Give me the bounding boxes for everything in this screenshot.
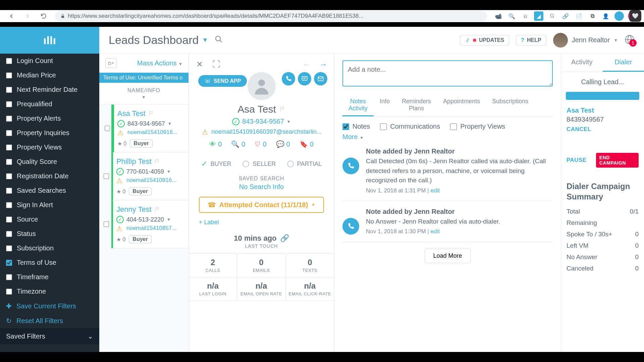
filter-checkbox[interactable]	[6, 159, 12, 165]
pause-button[interactable]: PAUSE	[567, 157, 587, 164]
filter-item[interactable]: Status	[0, 227, 99, 241]
mass-actions-dropdown[interactable]: Mass Actions ▼	[137, 59, 182, 67]
help-button[interactable]: ? HELP	[516, 35, 546, 46]
stat-favorites[interactable]: ♡0	[255, 140, 266, 148]
lead-card[interactable]: Phillip Test ✓770-601-4059 ▼ ⚠noemail154…	[111, 153, 189, 200]
filter-item[interactable]: Source	[0, 212, 99, 227]
lead-card[interactable]: Jenny Test ✓404-513-2220 ▼ ⚠noemail15410…	[111, 200, 189, 248]
back-icon[interactable]	[7, 11, 16, 21]
lead-phone[interactable]: ✓770-601-4059 ▼	[116, 168, 184, 175]
stat-searches[interactable]: 🔍0	[231, 140, 245, 148]
tab-dialer[interactable]: Dialer	[603, 54, 644, 72]
cancel-button[interactable]: CANCEL	[567, 126, 639, 133]
filter-item[interactable]: Registration Date	[0, 169, 99, 183]
saved-search-value[interactable]: No Search Info	[189, 183, 334, 191]
forward-icon[interactable]	[23, 11, 32, 21]
lead-checkbox[interactable]	[105, 126, 110, 131]
filter-item[interactable]: Terms of Use	[0, 255, 99, 270]
filter-checkbox[interactable]	[6, 58, 12, 64]
lead-email[interactable]: ⚠ noemail1541091660397@searchstarlin...	[196, 128, 327, 135]
ext-icon-3[interactable]: 🔗	[561, 11, 570, 21]
lead-phone[interactable]: ✓404-513-2220 ▼	[116, 216, 184, 223]
filter-checkbox[interactable]	[6, 231, 12, 237]
filter-item[interactable]: Property Views	[0, 140, 99, 155]
updates-button[interactable]: ⫽ UPDATES	[460, 35, 509, 46]
next-lead-icon[interactable]: →	[317, 58, 329, 70]
close-icon[interactable]: ✕	[194, 58, 206, 70]
star-icon[interactable]: ☆	[521, 11, 530, 21]
lead-card[interactable]: Asa Test ✓843-934-9567 ▼ ⚠noemail1541091…	[111, 105, 189, 153]
stat-views[interactable]: 👁0	[209, 140, 222, 148]
filter-checkbox[interactable]	[6, 72, 12, 78]
lead-checkbox[interactable]	[104, 174, 109, 179]
note-edit-link[interactable]: edit	[430, 228, 439, 235]
filter-item[interactable]: Saved Searches	[0, 183, 99, 198]
filter-checkbox[interactable]	[6, 260, 12, 266]
notes-tab[interactable]: RemindersPlans	[396, 95, 437, 116]
filter-checkbox[interactable]	[6, 130, 12, 136]
lead-rating[interactable]: ★ 0	[116, 188, 125, 195]
filter-property-views[interactable]: Property Views	[450, 123, 505, 130]
stat-attachments[interactable]: 🔖0	[300, 140, 314, 148]
flag-icon[interactable]	[154, 159, 160, 165]
lead-email[interactable]: ⚠noemail15410916...	[117, 129, 184, 136]
filter-checkbox[interactable]	[6, 217, 12, 223]
note-edit-link[interactable]: edit	[430, 187, 439, 194]
stat-questions[interactable]: 💬0	[276, 140, 290, 148]
ext-icon-2[interactable]: G	[547, 11, 557, 21]
notes-tab[interactable]: Info	[374, 95, 396, 116]
email-button[interactable]	[314, 72, 327, 85]
text-button[interactable]	[298, 72, 311, 85]
flag-icon[interactable]	[148, 111, 154, 117]
notes-tab[interactable]: NotesActivity	[342, 95, 374, 116]
lead-phone[interactable]: ✓843-934-9567 ▼	[117, 120, 184, 127]
ext-icon-5[interactable]: ⧉	[588, 11, 597, 21]
filter-item[interactable]: Median Price	[0, 68, 99, 82]
lead-rating[interactable]: ★ 0	[117, 140, 126, 147]
lead-rating[interactable]: ★ 0	[116, 236, 125, 243]
search-icon[interactable]	[215, 35, 223, 45]
column-header[interactable]: NAME/INFO ▼	[99, 83, 189, 105]
filter-item[interactable]: Property Alerts	[0, 111, 99, 126]
ext-icon-6[interactable]: 👤	[601, 11, 610, 21]
reset-all-filters[interactable]: ↻Reset All Filters	[0, 313, 99, 328]
filter-item[interactable]: Timezone	[0, 284, 99, 299]
save-current-filters[interactable]: ✚Save Current Filters	[0, 299, 99, 313]
filter-item[interactable]: Property Inquiries	[0, 126, 99, 140]
prev-lead-icon[interactable]: ←	[301, 58, 313, 70]
more-filters[interactable]: More ▼	[342, 133, 553, 141]
filter-item[interactable]: Sign In Alert	[0, 198, 99, 212]
notes-tab[interactable]: Appointments	[437, 95, 486, 116]
camera-icon[interactable]: 📹	[494, 11, 503, 21]
filter-item[interactable]: Prequalified	[0, 97, 99, 111]
filter-checkbox[interactable]	[6, 188, 12, 194]
lead-phone[interactable]: ✓ 843-934-9567 ▼	[196, 118, 327, 125]
type-buyer[interactable]: ✓BUYER	[201, 160, 231, 168]
lead-checkbox[interactable]	[104, 222, 109, 227]
filter-checkbox[interactable]	[6, 173, 12, 179]
filter-checkbox[interactable]	[6, 87, 12, 93]
lead-email[interactable]: ⚠noemail15410857...	[116, 225, 184, 232]
call-button[interactable]	[282, 72, 295, 85]
filter-item[interactable]: Next Reminder Date	[0, 82, 99, 97]
add-label-button[interactable]: + Label	[199, 219, 334, 226]
saved-filters-header[interactable]: Saved Filters ⌄	[0, 328, 99, 344]
type-partial[interactable]: PARTIAL	[287, 160, 322, 168]
select-all-checkbox[interactable]: ▢▼	[105, 58, 117, 68]
filter-checkbox[interactable]	[6, 289, 12, 295]
filter-communications[interactable]: Communications	[380, 123, 440, 130]
filter-checkbox[interactable]	[6, 202, 12, 208]
flag-icon[interactable]	[279, 106, 285, 112]
filter-checkbox[interactable]	[6, 274, 12, 280]
contact-status-dropdown[interactable]: ☎ Attempted Contact (11/1/18) ▼	[199, 197, 324, 213]
filter-checkbox[interactable]	[6, 144, 12, 150]
link-icon[interactable]: 🔗	[280, 234, 289, 242]
expand-icon[interactable]: ⛶	[210, 58, 222, 70]
url-bar[interactable]: https://www.searchstarlingcityareahomes.…	[55, 11, 487, 21]
filter-item[interactable]: Subscription	[0, 241, 99, 255]
reload-icon[interactable]	[39, 11, 48, 21]
logo[interactable]: ıllı	[0, 27, 99, 54]
filter-item[interactable]: Quality Score	[0, 155, 99, 169]
heart-badge-icon[interactable]: 🤍	[629, 10, 641, 22]
type-seller[interactable]: SELLER	[243, 160, 276, 168]
